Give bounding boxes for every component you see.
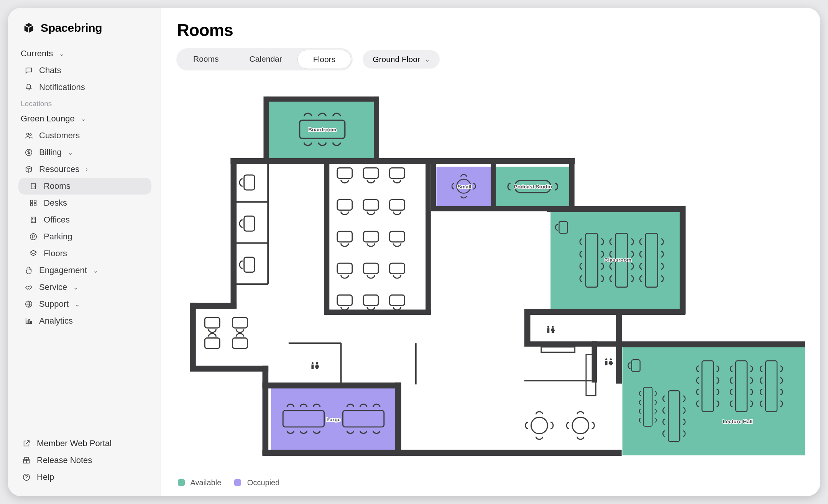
- sidebar: Spacebring Currents ⌄ Chats Notification…: [8, 8, 161, 496]
- workspace-label: Currents: [21, 49, 53, 59]
- svg-rect-7: [31, 204, 33, 206]
- sidebar-item-label: Rooms: [44, 181, 71, 191]
- chevron-right-icon: ›: [85, 166, 87, 173]
- layers-icon: [28, 249, 38, 259]
- sidebar-item-label: Parking: [44, 232, 72, 242]
- sidebar-item-analytics[interactable]: Analytics: [18, 313, 151, 329]
- sidebar-item-release-notes[interactable]: Release Notes: [18, 452, 151, 469]
- locations-header: Locations: [18, 96, 151, 110]
- sidebar-item-customers[interactable]: Customers: [18, 127, 151, 144]
- svg-rect-37: [231, 158, 237, 308]
- sidebar-item-member-portal[interactable]: Member Web Portal: [18, 435, 151, 452]
- floorplan[interactable]: Boardroom Small Podcast Studio: [176, 79, 805, 473]
- svg-rect-6: [34, 200, 36, 203]
- room-label: Boardroom: [308, 127, 337, 133]
- sidebar-item-offices[interactable]: Offices: [18, 211, 151, 228]
- sidebar-item-label: Desks: [44, 198, 67, 208]
- sidebar-item-rooms[interactable]: Rooms: [18, 178, 151, 195]
- svg-point-1: [30, 134, 31, 135]
- svg-rect-14: [31, 322, 32, 324]
- legend-available: Available: [178, 478, 221, 487]
- sidebar-item-chats[interactable]: Chats: [18, 62, 151, 79]
- sidebar-item-label: Member Web Portal: [37, 439, 112, 448]
- sidebar-item-label: Support: [39, 299, 69, 309]
- help-icon: [21, 472, 31, 482]
- chevron-down-icon: ⌄: [68, 149, 73, 156]
- svg-rect-9: [31, 217, 36, 223]
- svg-rect-51: [569, 162, 575, 211]
- svg-point-4: [34, 186, 35, 187]
- brand: Spacebring: [18, 21, 151, 34]
- bell-icon: [24, 82, 34, 92]
- floor-selector[interactable]: Ground Floor ⌄: [363, 50, 440, 69]
- legend-occupied-swatch: [234, 479, 241, 486]
- room-boardroom[interactable]: Boardroom: [263, 97, 379, 160]
- sidebar-item-floors[interactable]: Floors: [18, 245, 151, 262]
- users-icon: [24, 131, 34, 141]
- tab-floors[interactable]: Floors: [297, 50, 351, 69]
- chevron-down-icon: ⌄: [75, 301, 80, 308]
- svg-rect-12: [27, 321, 28, 324]
- sidebar-item-engagement[interactable]: Engagement ⌄: [18, 262, 151, 279]
- restroom-icon: [311, 362, 319, 369]
- svg-rect-41: [263, 366, 269, 455]
- sidebar-item-desks[interactable]: Desks: [18, 195, 151, 211]
- svg-point-0: [27, 133, 29, 136]
- cube-icon: [24, 164, 34, 174]
- location-switcher[interactable]: Green Lounge ⌄: [18, 110, 151, 127]
- svg-rect-26: [263, 97, 269, 160]
- sidebar-item-label: Chats: [39, 65, 61, 75]
- sidebar-item-label: Service: [39, 282, 67, 292]
- svg-rect-34: [541, 347, 575, 352]
- svg-rect-57: [592, 341, 597, 382]
- sidebar-item-notifications[interactable]: Notifications: [18, 79, 151, 96]
- room-podcast-studio[interactable]: Podcast Studio: [496, 167, 570, 206]
- svg-rect-54: [524, 309, 685, 315]
- sidebar-item-support[interactable]: Support ⌄: [18, 296, 151, 313]
- svg-rect-45: [324, 162, 330, 314]
- sidebar-item-label: Engagement: [39, 265, 87, 275]
- svg-rect-38: [190, 303, 237, 309]
- hand-icon: [24, 265, 34, 275]
- room-label: Large: [326, 417, 341, 422]
- workspace-switcher[interactable]: Currents ⌄: [18, 45, 151, 62]
- svg-rect-49: [491, 162, 496, 211]
- sidebar-item-billing[interactable]: Billing ⌄: [18, 144, 151, 161]
- svg-point-10: [30, 234, 37, 240]
- legend-available-label: Available: [190, 478, 221, 487]
- floor-selector-value: Ground Floor: [373, 55, 420, 64]
- office-icon: [28, 215, 38, 225]
- svg-rect-8: [34, 204, 36, 206]
- tab-calendar[interactable]: Calendar: [234, 50, 297, 69]
- sidebar-item-label: Help: [37, 472, 54, 482]
- legend-occupied: Occupied: [234, 478, 279, 487]
- svg-rect-39: [190, 303, 196, 370]
- sidebar-item-service[interactable]: Service ⌄: [18, 279, 151, 296]
- external-icon: [21, 439, 31, 448]
- brand-logo-icon: [22, 21, 35, 34]
- globe-icon: [24, 299, 34, 309]
- svg-rect-55: [524, 309, 531, 346]
- room-large[interactable]: Large: [271, 387, 396, 450]
- sidebar-item-help[interactable]: Help: [18, 469, 151, 486]
- room-lecture-hall[interactable]: Lecture Hall: [623, 347, 805, 455]
- svg-rect-56: [524, 341, 618, 347]
- svg-rect-53: [680, 206, 686, 314]
- restroom-icon: [547, 326, 555, 333]
- room-classroom[interactable]: Classroom: [550, 211, 684, 310]
- sidebar-item-resources[interactable]: Resources ›: [18, 161, 151, 178]
- tab-rooms[interactable]: Rooms: [178, 50, 234, 69]
- chevron-down-icon: ⌄: [73, 284, 78, 291]
- sidebar-item-label: Offices: [44, 215, 70, 225]
- chevron-down-icon: ⌄: [81, 115, 86, 123]
- svg-rect-46: [324, 309, 431, 315]
- room-label: Classroom: [605, 257, 632, 263]
- legend: Available Occupied: [176, 473, 805, 489]
- door-icon: [28, 181, 38, 191]
- svg-rect-5: [31, 200, 33, 203]
- room-small[interactable]: Small: [436, 167, 491, 206]
- sidebar-item-parking[interactable]: Parking: [18, 228, 151, 245]
- sidebar-item-label: Notifications: [39, 82, 85, 92]
- svg-rect-47: [426, 162, 431, 314]
- main-content: Rooms Rooms Calendar Floors Ground Floor…: [161, 8, 820, 496]
